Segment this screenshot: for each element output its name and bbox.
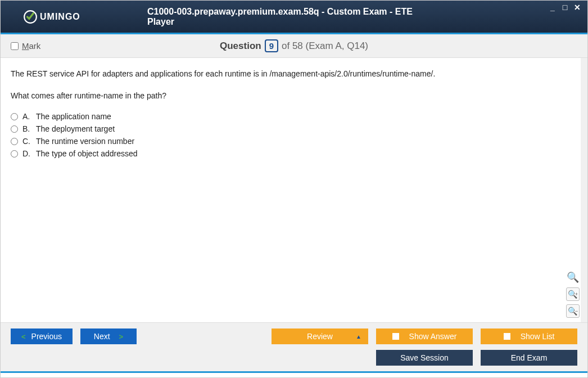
chevron-left-icon: < (21, 332, 26, 341)
maximize-icon[interactable]: □ (560, 3, 569, 12)
brand-text: UMINGO (40, 12, 80, 22)
radio-d[interactable] (11, 150, 18, 158)
mark-label: Mark (22, 41, 40, 51)
radio-c[interactable] (11, 138, 18, 145)
mark-checkbox-wrap[interactable]: Mark (11, 41, 40, 51)
close-icon[interactable]: ✕ (573, 3, 582, 12)
footer: < Previous Next > Review ▲ Show Answer S… (1, 322, 587, 371)
title-bar: UMINGO C1000-003.prepaway.premium.exam.5… (1, 1, 587, 34)
question-text-1: The REST service API for adapters and ap… (11, 68, 571, 80)
mark-checkbox[interactable] (11, 42, 19, 50)
question-number: 9 (265, 39, 278, 52)
checkbox-icon (504, 333, 510, 340)
app-logo: UMINGO (23, 10, 80, 24)
zoom-tools: 🔍 🔍+ 🔍− (566, 271, 580, 318)
chevron-right-icon: > (119, 332, 124, 341)
option-d[interactable]: D. The type of object addressed (11, 149, 571, 158)
review-button[interactable]: Review ▲ (272, 328, 368, 344)
previous-button[interactable]: < Previous (11, 328, 73, 344)
zoom-in-icon[interactable]: 🔍+ (566, 287, 580, 301)
search-icon[interactable]: 🔍 (566, 271, 580, 284)
question-label: Question (220, 40, 261, 52)
option-c[interactable]: C. The runtime version number (11, 137, 571, 146)
question-bar: Mark Question 9 of 58 (Exam A, Q14) (1, 34, 587, 58)
question-counter: Question 9 of 58 (Exam A, Q14) (220, 39, 368, 52)
question-content: The REST service API for adapters and ap… (1, 58, 587, 322)
show-list-button[interactable]: Show List (481, 328, 577, 344)
radio-a[interactable] (11, 113, 18, 120)
bottom-accent (1, 371, 587, 373)
end-exam-button[interactable]: End Exam (481, 350, 577, 366)
question-text-2: What comes after runtime-name in the pat… (11, 90, 571, 102)
option-a[interactable]: A. The application name (11, 112, 571, 121)
option-b[interactable]: B. The deployment target (11, 124, 571, 133)
radio-b[interactable] (11, 125, 18, 133)
save-session-button[interactable]: Save Session (376, 350, 473, 366)
window-controls: _ □ ✕ (548, 3, 582, 12)
window-title: C1000-003.prepaway.premium.exam.58q - Cu… (147, 7, 441, 27)
show-answer-button[interactable]: Show Answer (376, 328, 473, 344)
check-icon (23, 10, 38, 24)
answer-options: A. The application name B. The deploymen… (11, 112, 571, 158)
zoom-out-icon[interactable]: 🔍− (566, 304, 580, 318)
next-button[interactable]: Next > (80, 328, 137, 344)
triangle-up-icon: ▲ (356, 334, 361, 340)
checkbox-icon (392, 333, 399, 340)
minimize-icon[interactable]: _ (548, 3, 557, 12)
question-suffix: of 58 (Exam A, Q14) (282, 40, 368, 52)
